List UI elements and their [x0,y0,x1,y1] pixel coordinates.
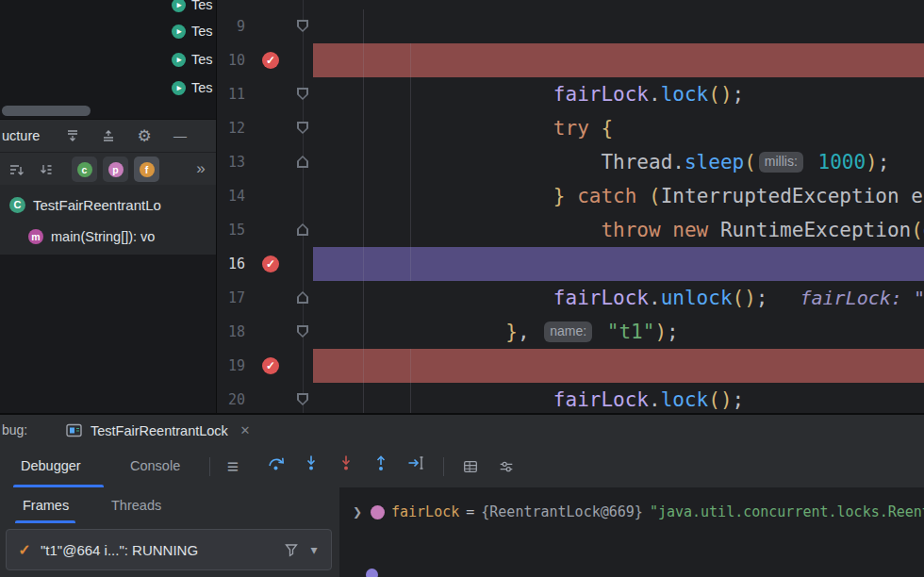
code-line[interactable]: 13 } catch (InterruptedException e) { [217,145,924,179]
structure-panel-header: ucture [0,119,217,153]
horizontal-scrollbar[interactable] [2,106,91,116]
session-tab-label: TestFairReentrantLock [91,423,228,438]
fold-marker-icon[interactable] [297,156,308,168]
toolbar-separator [209,457,210,476]
line-number[interactable]: 19 [219,349,245,383]
code-line[interactable]: 9 Thread t1 = new Thread(() -> { [217,9,924,43]
debug-console-icon [66,423,82,437]
line-number[interactable]: 13 [219,145,245,179]
variable-row[interactable]: fairLock = {ReentrantLock@669} "java.uti… [351,495,924,529]
step-over-icon[interactable] [267,453,286,472]
line-number[interactable]: 9 [219,9,245,43]
run-to-cursor-icon[interactable] [406,453,425,472]
expand-chevron-icon[interactable] [351,505,364,519]
project-tree-item[interactable]: Tes [172,17,213,45]
code-line[interactable]: 14 throw new RuntimeException(e); [217,179,924,213]
filter-classes-toggle[interactable] [72,157,97,182]
settings-sliders-icon[interactable] [494,454,519,479]
layout-menu-icon[interactable] [221,454,245,479]
sort-icon[interactable] [4,157,28,182]
filter-properties-toggle[interactable] [103,157,128,182]
line-number[interactable]: 12 [219,111,245,145]
structure-class-row[interactable]: TestFairReentrantLo [0,189,217,221]
chevron-down-icon[interactable] [306,542,322,557]
debug-toolbar: Debugger Console [0,446,924,488]
debug-content-area: Frames Threads "t1"@664 i...": RUNNING f… [0,487,924,577]
tab-threads[interactable]: Threads [111,487,161,523]
code-line-breakpoint[interactable]: 19 fairLock.lock(); [217,349,924,383]
structure-method-row[interactable]: main(String[]): vo [0,221,217,253]
fold-marker-icon[interactable] [297,393,308,405]
class-icon [9,197,25,213]
project-tree-item[interactable]: Tes [172,0,213,19]
tree-item-label: Tes [191,52,213,67]
line-number[interactable]: 18 [219,315,245,349]
tab-frames[interactable]: Frames [23,487,69,523]
fold-marker-icon[interactable] [297,88,308,100]
fold-marker-icon[interactable] [297,122,308,134]
gear-icon[interactable] [132,124,157,148]
class-visibility-icon [77,162,92,177]
tab-debugger[interactable]: Debugger [21,446,81,486]
debug-toolwindow-header: bug: TestFairReentrantLock [0,415,924,447]
table-view-icon[interactable] [458,454,483,479]
code-line[interactable]: 17 }, name: "t1"); [217,281,924,315]
project-tree-item[interactable]: Tes [172,45,213,74]
line-number[interactable]: 17 [219,281,245,315]
force-step-into-icon[interactable] [337,453,355,472]
indent-guide [410,43,411,281]
code-line[interactable]: 15 } [217,213,924,247]
line-number[interactable]: 15 [219,213,245,247]
fold-marker-icon[interactable] [297,325,308,338]
step-into-icon[interactable] [302,453,321,472]
close-icon[interactable] [237,422,254,439]
collapse-all-icon[interactable] [96,124,121,148]
test-class-icon [172,25,186,39]
frames-panel: Frames Threads "t1"@664 i...": RUNNING [0,487,339,577]
toolwindow-title: bug: [2,415,27,446]
left-panel: Tes Tes Tes Tes ucture [0,0,217,415]
tree-item-label: Tes [191,24,213,39]
variable-value: "java.util.concurrent.locks.Reent [650,503,924,520]
breakpoint-icon[interactable] [262,256,279,272]
indent-guide [410,349,411,415]
chevron-more-icon[interactable] [189,157,213,181]
variable-icon [371,505,385,519]
line-number[interactable]: 20 [219,383,245,415]
fold-marker-icon[interactable] [297,223,308,236]
code-line[interactable]: 11 try { [217,77,924,111]
expand-all-icon[interactable] [60,124,85,148]
code-line-execution[interactable]: 16 fairLock.unlock();fairLock: "java.ut [217,247,924,281]
method-icon [28,229,43,244]
sort-by-visibility-icon[interactable] [34,157,58,182]
test-class-icon [172,53,186,67]
line-number[interactable]: 14 [219,179,245,213]
tree-item-label: Tes [191,80,213,95]
code-line[interactable]: 20 try { [217,383,924,415]
code-line-breakpoint[interactable]: 10 fairLock.lock(); [217,43,924,77]
tab-console[interactable]: Console [130,446,180,486]
thread-selector-dropdown[interactable]: "t1"@664 i...": RUNNING [6,529,332,570]
variable-icon-partial [366,569,378,577]
fold-marker-icon[interactable] [297,20,308,32]
filter-funnel-icon[interactable] [284,542,299,557]
fold-marker-icon[interactable] [297,291,308,304]
line-number[interactable]: 11 [219,77,245,111]
panel-title: ucture [2,120,40,153]
line-number[interactable]: 16 [219,247,245,281]
tree-item-label: Tes [191,0,213,12]
code-line[interactable]: 18 Thread t2 = new Thread(() -> { [217,315,924,349]
step-out-icon[interactable] [371,453,390,472]
code-line[interactable]: 12 Thread.sleep(millis: 1000); [217,111,924,145]
breakpoint-icon[interactable] [262,357,279,374]
line-number[interactable]: 10 [219,43,245,77]
filter-fields-toggle[interactable] [134,157,159,182]
hide-panel-icon[interactable] [168,124,192,148]
debug-session-tab[interactable]: TestFairReentrantLock [57,415,263,446]
project-tree-panel: Tes Tes Tes Tes [0,0,217,119]
breakpoint-icon[interactable] [262,52,279,69]
code-editor[interactable]: 9 Thread t1 = new Thread(() -> { 10 fair… [217,0,924,415]
property-visibility-icon [108,162,124,177]
class-name-label: TestFairReentrantLo [33,197,161,213]
project-tree-item[interactable]: Tes [172,74,213,102]
